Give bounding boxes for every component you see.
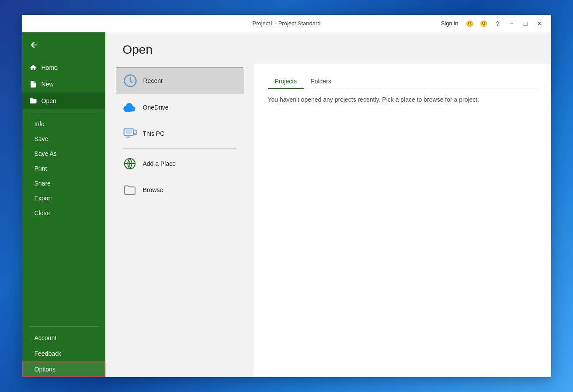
location-onedrive[interactable]: OneDrive [116, 94, 243, 120]
svg-rect-2 [125, 130, 131, 134]
help-button[interactable]: ? [492, 17, 504, 30]
sidebar-spacer [22, 220, 105, 323]
sidebar-item-export[interactable]: Export [22, 191, 105, 206]
sidebar-home-label: Home [42, 64, 58, 71]
sidebar-item-share[interactable]: Share [22, 176, 105, 191]
sidebar-item-feedback[interactable]: Feedback [22, 346, 105, 361]
sidebar-new-label: New [42, 81, 54, 88]
smiley-icon[interactable]: 🙂 [464, 17, 476, 30]
sidebar-item-options[interactable]: Options [22, 361, 105, 377]
sidebar-item-new[interactable]: New [22, 76, 105, 93]
sidebar-item-account[interactable]: Account [22, 330, 105, 346]
projects-panel: Projects Folders You haven't opened any … [254, 64, 551, 377]
page-title: Open [123, 43, 534, 57]
sidebar-divider-2 [29, 326, 98, 327]
sidebar-item-info[interactable]: Info [22, 117, 105, 131]
svg-rect-5 [133, 130, 136, 135]
sign-in-button[interactable]: Sign in [441, 20, 458, 27]
minimize-button[interactable]: − [506, 17, 518, 30]
projects-tabs: Projects Folders [268, 74, 537, 89]
sidebar: Home New Open Info Save Save As [22, 32, 105, 377]
title-bar-controls: Sign in 🙂 🙁 ? − □ ✕ [441, 17, 546, 30]
sidebar-item-open[interactable]: Open [22, 93, 105, 109]
window-title: Project1 - Project Standard [252, 20, 320, 27]
sidebar-item-close[interactable]: Close [22, 206, 105, 220]
sidebar-item-save-as[interactable]: Save As [22, 146, 105, 161]
main-content: Open Recent [105, 32, 551, 377]
location-recent[interactable]: Recent [116, 67, 243, 94]
location-divider [123, 148, 236, 149]
sidebar-open-label: Open [42, 97, 56, 104]
location-this-pc[interactable]: This PC [116, 120, 243, 147]
close-button[interactable]: ✕ [534, 17, 546, 30]
tab-folders[interactable]: Folders [304, 74, 338, 89]
locations-panel: Recent OneDrive [105, 64, 254, 377]
empty-projects-message: You haven't opened any projects recently… [268, 96, 537, 103]
location-browse[interactable]: Browse [116, 177, 243, 203]
sidebar-item-home[interactable]: Home [22, 59, 105, 76]
open-body: Recent OneDrive [105, 64, 551, 377]
main-header: Open [105, 32, 551, 64]
window-body: Home New Open Info Save Save As [22, 32, 551, 377]
sidebar-item-save[interactable]: Save [22, 131, 105, 146]
tab-projects[interactable]: Projects [268, 74, 304, 89]
back-button[interactable] [22, 32, 105, 59]
application-window: Project1 - Project Standard Sign in 🙂 🙁 … [22, 15, 551, 377]
sad-icon[interactable]: 🙁 [478, 17, 490, 30]
sidebar-item-print[interactable]: Print [22, 161, 105, 176]
location-add-place[interactable]: Add a Place [116, 151, 243, 177]
title-bar: Project1 - Project Standard Sign in 🙂 🙁 … [22, 15, 551, 32]
maximize-button[interactable]: □ [520, 17, 532, 30]
sidebar-divider-1 [29, 113, 98, 113]
